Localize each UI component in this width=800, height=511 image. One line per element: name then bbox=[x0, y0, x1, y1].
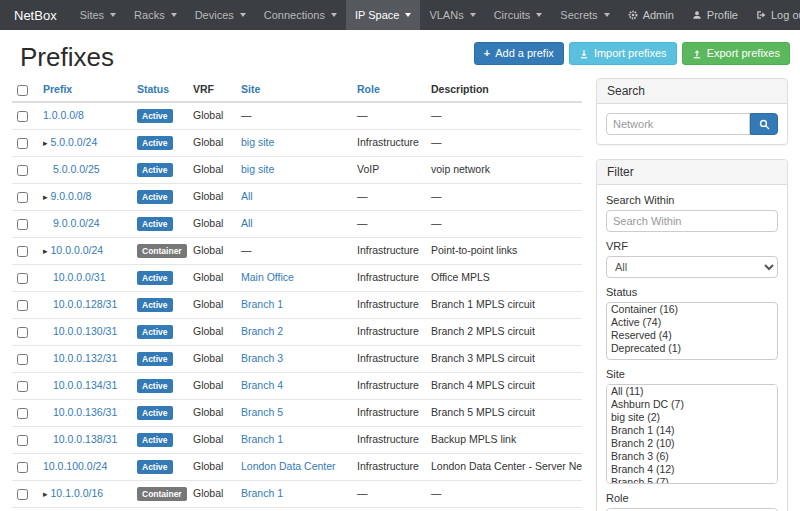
prefix-link[interactable]: 10.0.100.0/24 bbox=[43, 460, 107, 472]
site-listbox[interactable]: All (11)Ashburn DC (7)big site (2)Branch… bbox=[606, 384, 778, 484]
nav-admin[interactable]: Admin bbox=[619, 0, 683, 30]
site-link[interactable]: Branch 4 bbox=[241, 379, 283, 391]
nav-vlans[interactable]: VLANs bbox=[420, 0, 484, 30]
prefix-link[interactable]: 5.0.0.0/25 bbox=[53, 163, 100, 175]
site-link[interactable]: All bbox=[241, 217, 253, 229]
export-prefixes-button[interactable]: Export prefixes bbox=[682, 42, 790, 65]
filter-option[interactable]: Active (74) bbox=[607, 316, 777, 329]
filter-option[interactable]: Ashburn DC (7) bbox=[607, 398, 777, 411]
filter-option[interactable]: big site (2) bbox=[607, 411, 777, 424]
prefix-link[interactable]: 10.0.0.138/31 bbox=[53, 433, 117, 445]
select-all-checkbox[interactable] bbox=[17, 85, 28, 96]
app-logo[interactable]: NetBox bbox=[0, 0, 71, 30]
nav-ip-space[interactable]: IP Space bbox=[346, 0, 420, 30]
nav-logout[interactable]: Log out bbox=[747, 0, 800, 30]
prefix-link[interactable]: 10.0.0.136/31 bbox=[53, 406, 117, 418]
nav-racks[interactable]: Racks bbox=[125, 0, 186, 30]
add-prefix-button[interactable]: + Add a prefix bbox=[474, 42, 564, 65]
prefix-link[interactable]: 10.0.0.0/31 bbox=[53, 271, 106, 283]
site-link[interactable]: Branch 2 bbox=[241, 325, 283, 337]
row-checkbox[interactable] bbox=[17, 489, 28, 500]
nav-profile[interactable]: Profile bbox=[683, 0, 747, 30]
vrf-select[interactable]: All bbox=[606, 256, 778, 278]
row-checkbox[interactable] bbox=[17, 435, 28, 446]
nav-devices[interactable]: Devices bbox=[186, 0, 255, 30]
site-link[interactable]: Branch 3 bbox=[241, 352, 283, 364]
row-checkbox[interactable] bbox=[17, 408, 28, 419]
filter-option[interactable]: Reserved (4) bbox=[607, 329, 777, 342]
nav-connections[interactable]: Connections bbox=[255, 0, 346, 30]
nav-secrets[interactable]: Secrets bbox=[551, 0, 618, 30]
prefix-link[interactable]: 10.1.0.0/16 bbox=[51, 487, 104, 499]
table-row: ▸10.1.0.0/16ContainerGlobalBranch 1—— bbox=[12, 480, 582, 507]
filter-option[interactable]: Container (16) bbox=[607, 303, 777, 316]
prefix-link[interactable]: 10.0.0.130/31 bbox=[53, 325, 117, 337]
row-checkbox[interactable] bbox=[17, 462, 28, 473]
filter-option[interactable]: Branch 1 (14) bbox=[607, 424, 777, 437]
filter-panel: Filter Search Within VRF All Status Cont… bbox=[596, 159, 788, 511]
vrf-cell: Global bbox=[188, 129, 236, 156]
status-listbox[interactable]: Container (16)Active (74)Reserved (4)Dep… bbox=[606, 302, 778, 360]
sort-status-header[interactable]: Status bbox=[137, 83, 169, 95]
caret-down-icon bbox=[171, 13, 177, 17]
site-link[interactable]: big site bbox=[241, 163, 274, 175]
filter-option[interactable]: Branch 4 (12) bbox=[607, 463, 777, 476]
row-checkbox[interactable] bbox=[17, 219, 28, 230]
site-link[interactable]: Branch 5 bbox=[241, 406, 283, 418]
table-row: 10.0.0.134/31ActiveGlobalBranch 4Infrast… bbox=[12, 372, 582, 399]
site-link[interactable]: London Data Center bbox=[241, 460, 336, 472]
role-cell: Infrastructure bbox=[352, 453, 426, 480]
expand-toggle-icon[interactable]: ▸ bbox=[43, 138, 48, 148]
expand-toggle-icon[interactable]: ▸ bbox=[43, 246, 48, 256]
search-input[interactable] bbox=[606, 113, 750, 135]
search-button[interactable] bbox=[750, 113, 778, 135]
filter-option[interactable]: Branch 5 (7) bbox=[607, 476, 777, 484]
site-link[interactable]: Branch 1 bbox=[241, 433, 283, 445]
filter-option[interactable]: Branch 3 (6) bbox=[607, 450, 777, 463]
plus-icon: + bbox=[484, 47, 490, 60]
row-checkbox[interactable] bbox=[17, 246, 28, 257]
filter-option[interactable]: Deprecated (1) bbox=[607, 342, 777, 355]
prefix-link[interactable]: 1.0.0.0/8 bbox=[43, 109, 84, 121]
filter-option[interactable]: All (11) bbox=[607, 385, 777, 398]
row-checkbox[interactable] bbox=[17, 138, 28, 149]
status-badge: Active bbox=[137, 460, 173, 474]
site-link[interactable]: big site bbox=[241, 136, 274, 148]
site-link[interactable]: Branch 1 bbox=[241, 298, 283, 310]
expand-toggle-icon[interactable]: ▸ bbox=[43, 489, 48, 499]
prefix-link[interactable]: 5.0.0.0/24 bbox=[51, 136, 98, 148]
role-filter-label: Role bbox=[606, 492, 778, 505]
prefix-link[interactable]: 9.0.0.0/8 bbox=[51, 190, 92, 202]
prefix-link[interactable]: 10.0.0.128/31 bbox=[53, 298, 117, 310]
nav-circuits[interactable]: Circuits bbox=[485, 0, 552, 30]
row-checkbox[interactable] bbox=[17, 273, 28, 284]
filter-option[interactable]: Branch 2 (10) bbox=[607, 437, 777, 450]
prefix-link[interactable]: 10.0.0.134/31 bbox=[53, 379, 117, 391]
nav-sites[interactable]: Sites bbox=[71, 0, 125, 30]
sort-site-header[interactable]: Site bbox=[241, 83, 260, 95]
row-checkbox[interactable] bbox=[17, 354, 28, 365]
site-link[interactable]: All bbox=[241, 190, 253, 202]
site-link[interactable]: Main Office bbox=[241, 271, 294, 283]
prefix-link[interactable]: 9.0.0.0/24 bbox=[53, 217, 100, 229]
description-cell: Backup MPLS link bbox=[426, 426, 582, 453]
prefix-link[interactable]: 10.0.0.132/31 bbox=[53, 352, 117, 364]
expand-toggle-icon[interactable]: ▸ bbox=[43, 192, 48, 202]
site-cell: big site bbox=[236, 129, 352, 156]
row-checkbox[interactable] bbox=[17, 381, 28, 392]
sort-role-header[interactable]: Role bbox=[357, 83, 380, 95]
role-cell: Infrastructure bbox=[352, 345, 426, 372]
search-within-input[interactable] bbox=[606, 210, 778, 232]
button-label: Export prefixes bbox=[707, 47, 780, 60]
role-cell: — bbox=[352, 480, 426, 507]
row-checkbox[interactable] bbox=[17, 300, 28, 311]
site-cell: All bbox=[236, 183, 352, 210]
prefix-link[interactable]: 10.0.0.0/24 bbox=[51, 244, 104, 256]
import-prefixes-button[interactable]: Import prefixes bbox=[569, 42, 677, 65]
row-checkbox[interactable] bbox=[17, 192, 28, 203]
row-checkbox[interactable] bbox=[17, 327, 28, 338]
row-checkbox[interactable] bbox=[17, 111, 28, 122]
sort-prefix-header[interactable]: Prefix bbox=[43, 83, 72, 95]
row-checkbox[interactable] bbox=[17, 165, 28, 176]
site-link[interactable]: Branch 1 bbox=[241, 487, 283, 499]
